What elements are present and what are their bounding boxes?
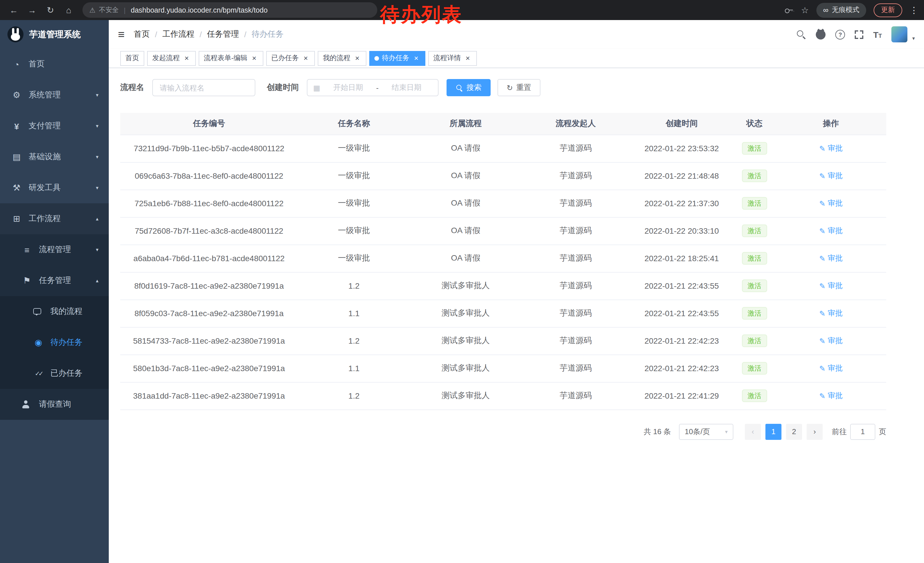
prev-page-button[interactable]: ‹	[745, 423, 761, 440]
github-icon[interactable]	[816, 30, 825, 39]
top-navbar: ≡ 首页 工作流程 任务管理 待办任务 ? TT ▾	[109, 20, 924, 49]
browser-back-button[interactable]: ←	[6, 3, 21, 18]
approve-button[interactable]: 审批	[819, 363, 843, 374]
cell-task-id: 580e1b3d-7ac8-11ec-a9e2-a2380e71991a	[120, 354, 298, 382]
tab-close-icon[interactable]	[412, 54, 420, 62]
pagination: 共 16 条 10条/页 ▾ ‹ 1 2 › 前往 页	[120, 423, 886, 440]
page-size-select[interactable]: 10条/页 ▾	[679, 423, 734, 440]
cell-created: 2022-01-21 22:41:29	[630, 382, 733, 410]
sidebar-item-task-management[interactable]: 任务管理	[0, 265, 109, 296]
breadcrumb-home[interactable]: 首页	[134, 29, 150, 39]
chevron-down-icon	[96, 92, 99, 98]
cell-process: OA 请假	[410, 189, 521, 217]
sidebar-item-my-process[interactable]: 我的流程	[0, 296, 109, 327]
sidebar-item-todo-tasks[interactable]: 待办任务	[0, 327, 109, 358]
sidebar-item-leave-query[interactable]: 请假查询	[0, 389, 109, 420]
tab-done-tasks[interactable]: 已办任务	[266, 51, 315, 66]
tab-close-icon[interactable]	[353, 54, 361, 62]
approve-button[interactable]: 审批	[819, 143, 843, 153]
sidebar-item-devtools[interactable]: 研发工具	[0, 173, 109, 203]
column-task-id: 任务编号	[120, 113, 298, 135]
table-row: 73211d9d-7b9b-11ec-b5b7-acde48001122 一级审…	[120, 135, 886, 162]
edit-icon	[819, 227, 825, 235]
security-label: 不安全	[99, 6, 119, 14]
status-badge: 激活	[742, 142, 767, 155]
sidebar-item-home[interactable]: 首页	[0, 49, 109, 80]
goto-page-input[interactable]	[850, 423, 875, 440]
cell-task-id: a6aba0a4-7b6d-11ec-b781-acde48001122	[120, 245, 298, 272]
sidebar-item-payment[interactable]: 支付管理	[0, 111, 109, 141]
approve-button[interactable]: 审批	[819, 253, 843, 263]
tab-todo-tasks[interactable]: 待办任务	[369, 51, 425, 66]
cell-task-id: 381aa1dd-7ac8-11ec-a9e2-a2380e71991a	[120, 382, 298, 410]
update-button[interactable]: 更新	[874, 3, 902, 17]
infrastructure-icon	[12, 152, 22, 162]
address-bar[interactable]: ⚠ 不安全 | dashboard.yudao.iocoder.cn/bpm/t…	[82, 2, 377, 18]
cell-task-name: 1.1	[298, 300, 410, 327]
cell-action: 审批	[776, 162, 886, 189]
column-process: 所属流程	[410, 113, 521, 135]
approve-button[interactable]: 审批	[819, 336, 843, 346]
search-button[interactable]: 搜索	[447, 79, 490, 96]
tab-process-detail[interactable]: 流程详情	[428, 51, 477, 66]
user-avatar[interactable]	[892, 26, 908, 42]
browser-home-button[interactable]: ⌂	[61, 3, 76, 18]
approve-button[interactable]: 审批	[819, 281, 843, 291]
cell-process: OA 请假	[410, 162, 521, 189]
tab-close-icon[interactable]	[250, 54, 258, 62]
cell-status: 激活	[734, 382, 776, 410]
tab-home[interactable]: 首页	[120, 51, 144, 66]
cell-task-name: 1.2	[298, 327, 410, 354]
filter-bar: 流程名 创建时间 ▦ 开始日期 - 结束日期 搜索	[120, 79, 886, 96]
breadcrumb-task-management[interactable]: 任务管理	[207, 29, 239, 39]
cell-process: OA 请假	[410, 135, 521, 162]
fullscreen-icon[interactable]	[855, 30, 863, 39]
status-badge: 激活	[742, 389, 767, 402]
process-name-input[interactable]	[152, 79, 255, 96]
table-row: 58154733-7ac8-11ec-a9e2-a2380e71991a 1.2…	[120, 327, 886, 354]
tab-process-form-edit[interactable]: 流程表单-编辑	[199, 51, 263, 66]
font-size-icon[interactable]: TT	[873, 30, 882, 39]
cell-task-id: 58154733-7ac8-11ec-a9e2-a2380e71991a	[120, 327, 298, 354]
page-button-1[interactable]: 1	[765, 423, 782, 440]
sidebar-item-workflow[interactable]: 工作流程	[0, 203, 109, 234]
cell-task-name: 1.2	[298, 272, 410, 300]
approve-button[interactable]: 审批	[819, 171, 843, 181]
approve-button[interactable]: 审批	[819, 390, 843, 401]
cell-process: 测试多审批人	[410, 327, 521, 354]
reset-button[interactable]: 重置	[498, 79, 540, 96]
tab-close-icon[interactable]	[183, 54, 190, 62]
screen: ← → ↻ ⌂ ⚠ 不安全 | dashboard.yudao.iocoder.…	[0, 0, 924, 563]
browser-forward-button[interactable]: →	[25, 3, 39, 18]
cell-action: 审批	[776, 217, 886, 245]
browser-menu-icon[interactable]: ⋮	[910, 5, 918, 15]
sidebar-item-system[interactable]: 系统管理	[0, 80, 109, 111]
tab-close-icon[interactable]	[302, 54, 310, 62]
payment-icon	[12, 121, 22, 131]
breadcrumb: 首页 工作流程 任务管理 待办任务	[134, 29, 284, 39]
edit-icon	[819, 364, 825, 372]
tab-close-icon[interactable]	[464, 54, 472, 62]
password-key-icon[interactable]	[784, 6, 794, 15]
next-page-button[interactable]: ›	[807, 423, 823, 440]
tab-my-process[interactable]: 我的流程	[318, 51, 366, 66]
page-button-2[interactable]: 2	[786, 423, 802, 440]
sidebar-toggle-icon[interactable]: ≡	[118, 28, 124, 41]
cell-task-name: 1.1	[298, 354, 410, 382]
approve-button[interactable]: 审批	[819, 226, 843, 236]
process-list-icon	[22, 245, 32, 255]
date-range-picker[interactable]: ▦ 开始日期 - 结束日期	[307, 79, 438, 96]
approve-button[interactable]: 审批	[819, 308, 843, 318]
column-task-name: 任务名称	[298, 113, 410, 135]
refresh-icon	[507, 83, 513, 92]
search-icon[interactable]	[796, 30, 806, 39]
browser-refresh-button[interactable]: ↻	[43, 3, 58, 18]
sidebar-item-infrastructure[interactable]: 基础设施	[0, 141, 109, 173]
help-icon[interactable]: ?	[835, 30, 845, 39]
breadcrumb-workflow[interactable]: 工作流程	[162, 29, 194, 39]
approve-button[interactable]: 审批	[819, 198, 843, 209]
tab-start-process[interactable]: 发起流程	[147, 51, 196, 66]
sidebar-item-process-management[interactable]: 流程管理	[0, 234, 109, 265]
bookmark-star-icon[interactable]: ☆	[801, 5, 809, 15]
sidebar-item-done-tasks[interactable]: 已办任务	[0, 358, 109, 389]
